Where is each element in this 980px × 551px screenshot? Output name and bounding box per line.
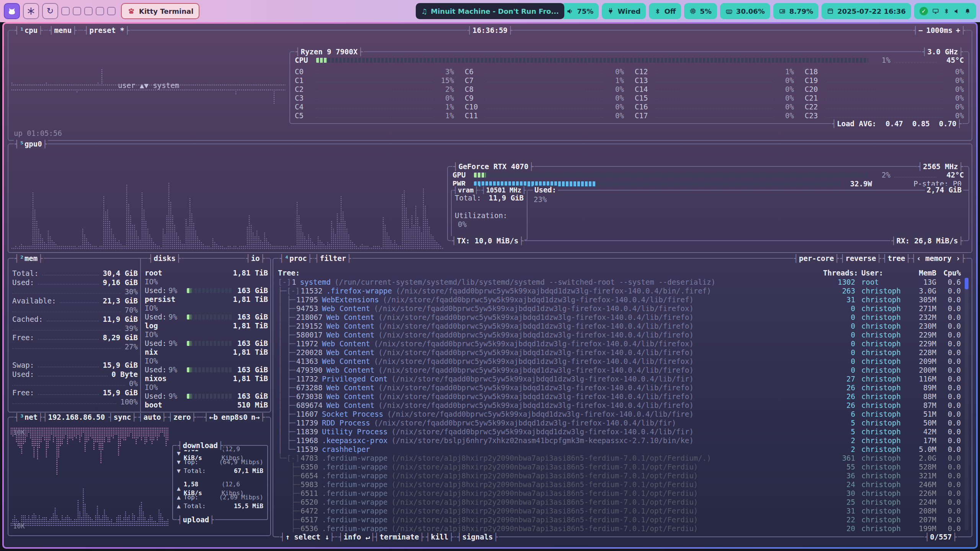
memory-chip[interactable]: 30.06%: [720, 3, 770, 19]
tree-toggle[interactable]: tree: [882, 254, 911, 263]
process-row[interactable]: │ ├─11732Privileged Cont(/nix/store/fqad…: [278, 375, 961, 383]
display-tray-icon[interactable]: [932, 8, 939, 15]
process-row[interactable]: │ ├─11739RDD Process(/nix/store/fqadd0bp…: [278, 419, 961, 427]
process-row[interactable]: │ ├─673288Web Content(/nix/store/fqadd0b…: [278, 383, 961, 392]
tree-branch[interactable]: ├─: [278, 515, 300, 524]
per-core-toggle[interactable]: per-core: [793, 254, 840, 263]
next-interface-button[interactable]: n→: [251, 413, 260, 422]
process-row[interactable]: ├─6350.ferdium-wrappe(/nix/store/a1pj8hx…: [278, 463, 961, 471]
interval-increase-button[interactable]: +: [956, 26, 960, 35]
select-keys[interactable]: ↑ select ↓: [279, 532, 335, 541]
net-auto-toggle[interactable]: auto: [137, 412, 167, 422]
tree-branch[interactable]: ├─[-]: [278, 287, 300, 295]
clock-chip[interactable]: 2025-07-22 16:36: [822, 3, 911, 19]
workspace-empty-3[interactable]: [84, 7, 93, 15]
tree-column-header[interactable]: Tree:: [278, 269, 823, 277]
disks-io-toggle[interactable]: io: [245, 254, 266, 263]
reverse-toggle[interactable]: reverse: [840, 254, 882, 263]
window-title-chip[interactable]: Kitty Terminal: [121, 3, 199, 19]
tree-branch[interactable]: │ ├─: [278, 366, 296, 375]
tree-branch[interactable]: │ ├─: [278, 427, 296, 436]
bluetooth-chip[interactable]: Off: [649, 3, 681, 19]
tree-branch[interactable]: │ ├─: [278, 401, 296, 410]
process-row[interactable]: │ ├─689674Web Content(/nix/store/fqadd0b…: [278, 401, 961, 410]
process-row[interactable]: │ ├─11972Web Content(/nix/store/fqadd0bp…: [278, 339, 961, 348]
tree-branch[interactable]: ├─: [278, 489, 300, 498]
workspace-empty-4[interactable]: [96, 7, 104, 15]
threads-column-header[interactable]: Threads:: [823, 269, 855, 277]
cpu-box-title[interactable]: ¹cpu: [14, 26, 44, 35]
preset-button[interactable]: preset *: [83, 26, 130, 35]
user-column-header[interactable]: User:: [855, 269, 906, 277]
memory-column-header[interactable]: MemB: [906, 269, 936, 277]
prev-interface-button[interactable]: ←b: [209, 413, 218, 422]
workspace-nix[interactable]: [23, 3, 39, 19]
tree-branch[interactable]: │ ├─: [278, 331, 296, 339]
bluetooth-tray-icon[interactable]: [943, 8, 949, 14]
sort-selector[interactable]: ‹ memory ›: [911, 254, 966, 263]
tree-branch[interactable]: ├─: [278, 524, 300, 533]
tree-branch[interactable]: │ ├─: [278, 383, 296, 392]
process-row[interactable]: │ ├─11795WebExtensions(/nix/store/fqadd0…: [278, 295, 961, 304]
process-row[interactable]: ├─6654.ferdium-wrappe(/nix/store/a1pj8hx…: [278, 471, 961, 480]
menu-button[interactable]: menu: [48, 26, 78, 35]
tree-branch[interactable]: │ ├─: [278, 392, 296, 401]
cpu-column-header[interactable]: Cpu%: [936, 269, 961, 277]
process-row[interactable]: [-]1systemd(/run/current-system/systemd/…: [278, 278, 961, 287]
keepassxc-tray-icon[interactable]: ✓: [920, 7, 928, 15]
signals-button[interactable]: signals: [456, 532, 499, 541]
proc-scrollbar-thumb[interactable]: [965, 278, 969, 289]
process-row[interactable]: ├─6536.ferdium-wrappe(/nix/store/a1pj8hx…: [278, 524, 961, 533]
tree-branch[interactable]: │ ├─: [278, 295, 296, 304]
tree-branch[interactable]: │ ├─: [278, 375, 296, 383]
tree-branch[interactable]: ├─: [278, 471, 300, 480]
filter-button[interactable]: filter: [314, 254, 352, 263]
media-chip[interactable]: ♫ Minuit Machine - Don't Run Fro...: [416, 3, 564, 19]
process-row[interactable]: │ ├─11839Utility Process(/nix/store/fqad…: [278, 427, 961, 436]
process-row[interactable]: │ └─11539crashhelper 2 christoph 5.0M 0.…: [278, 445, 961, 454]
process-row[interactable]: │ ├─479390Web Content(/nix/store/fqadd0b…: [278, 366, 961, 375]
process-row[interactable]: ├─6472.ferdium-wrappe(/nix/store/a1pj8hx…: [278, 507, 961, 515]
volume-tray-icon[interactable]: [954, 8, 960, 15]
net-sync-toggle[interactable]: sync: [108, 412, 137, 422]
tree-branch[interactable]: └─[-]: [278, 454, 300, 463]
process-row[interactable]: │ ├─220028Web Content(/nix/store/fqadd0b…: [278, 348, 961, 357]
cpu-chip[interactable]: 5%: [684, 3, 717, 19]
info-button[interactable]: info ↵: [338, 532, 376, 541]
tree-branch[interactable]: │ └─: [278, 445, 296, 454]
bell-icon[interactable]: [964, 8, 971, 15]
tree-branch[interactable]: │ ├─: [278, 348, 296, 357]
process-row[interactable]: │ ├─41363Web Content(/nix/store/fqadd0bp…: [278, 357, 961, 366]
disk-chip[interactable]: 8.79%: [773, 3, 818, 19]
proc-box-title[interactable]: ⁴proc: [279, 254, 313, 263]
mem-box-title[interactable]: ²mem: [14, 254, 44, 263]
tree-branch[interactable]: │ ├─: [278, 410, 296, 419]
process-row[interactable]: │ ├─580017Web Content(/nix/store/fqadd0b…: [278, 331, 961, 339]
process-row[interactable]: ├─6520.ferdium-wrappe(/nix/store/a1pj8hx…: [278, 498, 961, 507]
process-row[interactable]: └─[-]4783.ferdium-wrappe(/nix/store/a1pj…: [278, 454, 961, 463]
workspace-refresh[interactable]: ↻: [42, 3, 58, 19]
process-row[interactable]: │ ├─11968.keepassxc-prox(/nix/store/bslp…: [278, 436, 961, 445]
interval-decrease-button[interactable]: −: [918, 26, 923, 35]
terminate-button[interactable]: terminate: [374, 532, 425, 541]
network-chip[interactable]: Wired: [602, 3, 646, 19]
volume-chip[interactable]: 75%: [561, 3, 599, 19]
workspace-empty-5[interactable]: [107, 7, 116, 15]
process-row[interactable]: ├─[-]11532.firefox-wrappe(/nix/store/fqa…: [278, 287, 961, 295]
process-row[interactable]: ├─6511.ferdium-wrappe(/nix/store/a1pj8hx…: [278, 489, 961, 498]
tree-branch[interactable]: │ ├─: [278, 436, 296, 445]
tree-branch[interactable]: │ ├─: [278, 339, 296, 348]
net-box-title[interactable]: ³net: [14, 412, 44, 422]
tree-branch[interactable]: │ ├─: [278, 357, 296, 366]
workspace-kitty[interactable]: [4, 3, 20, 19]
tree-branch[interactable]: │ ├─: [278, 419, 296, 427]
tree-branch[interactable]: │ ├─: [278, 304, 296, 313]
process-row[interactable]: ├─6517.ferdium-wrappe(/nix/store/a1pj8hx…: [278, 515, 961, 524]
process-row[interactable]: │ ├─218067Web Content(/nix/store/fqadd0b…: [278, 313, 961, 322]
gpu-box-title[interactable]: ⁵gpu0: [14, 139, 48, 148]
net-zero-toggle[interactable]: zero: [167, 412, 197, 422]
process-row[interactable]: ├─5983.ferdium-wrappe(/nix/store/a1pj8hx…: [278, 480, 961, 489]
process-row[interactable]: │ ├─11607Socket Process(/nix/store/fqadd…: [278, 410, 961, 419]
process-row[interactable]: │ ├─673038Web Content(/nix/store/fqadd0b…: [278, 392, 961, 401]
disks-title[interactable]: disks: [148, 254, 181, 263]
